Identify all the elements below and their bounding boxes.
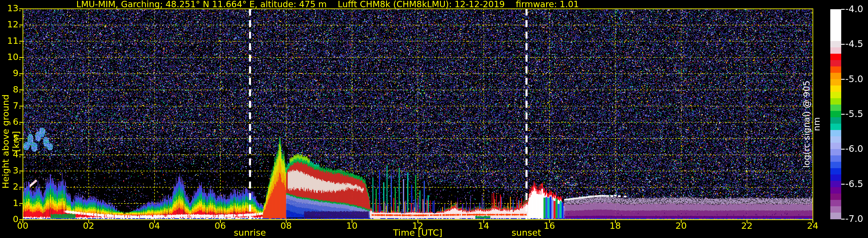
colorbar-tick-label: -4.0	[845, 3, 863, 14]
x-tick-label: 14	[478, 220, 489, 231]
y-tick-label: 6.	[0, 116, 21, 127]
x-tick-label: 18	[610, 220, 621, 231]
colorbar-tick-label: -5.5	[845, 108, 863, 119]
x-tick-label: 10	[346, 220, 358, 231]
x-tick-label: 08	[280, 220, 292, 231]
colorbar-tick-label: -4.5	[845, 38, 863, 49]
y-tick-label: 13.	[0, 3, 21, 13]
y-tick-label: 3.	[0, 165, 21, 176]
colorbar-tick-label: -7.0	[845, 213, 863, 224]
x-tick-label: 20	[675, 220, 687, 231]
x-tick-label: 06	[215, 220, 226, 231]
annotation-sunset: sunset	[512, 227, 541, 238]
y-tick-label: 10.	[0, 52, 21, 62]
colorbar-tick-label: -6.5	[845, 178, 863, 189]
ceilometer-quicklook-figure: LMU-MIM, Garching; 48.251° N 11.664° E, …	[0, 0, 868, 238]
y-tick-label: 8.	[0, 84, 21, 94]
x-tick-label: 12	[412, 220, 423, 231]
y-tick-label: 1.	[0, 198, 21, 208]
x-tick-label: 02	[83, 220, 94, 231]
y-tick-label: 9.	[0, 68, 21, 78]
y-tick-label: 2.	[0, 181, 21, 191]
y-tick-label: 0.	[0, 214, 21, 224]
plot-canvas	[0, 0, 868, 238]
x-tick-label: 04	[149, 220, 160, 231]
colorbar-label: log(rc-signal) @ 905 nm	[802, 72, 822, 176]
colorbar-tick-label: -6.0	[845, 143, 863, 154]
x-tick-label: 24	[807, 220, 818, 231]
y-tick-label: 5.	[0, 132, 21, 143]
page-title: LMU-MIM, Garching; 48.251° N 11.664° E, …	[76, 0, 579, 8]
colorbar-tick-label: -5.0	[845, 73, 863, 84]
x-tick-label: 22	[741, 220, 752, 231]
x-tick-label: 16	[544, 220, 555, 231]
annotation-sunrise: sunrise	[234, 227, 266, 238]
y-tick-label: 7.	[0, 100, 21, 111]
y-tick-label: 12.	[0, 19, 21, 29]
y-tick-label: 11.	[0, 35, 21, 46]
y-tick-label: 4.	[0, 149, 21, 159]
